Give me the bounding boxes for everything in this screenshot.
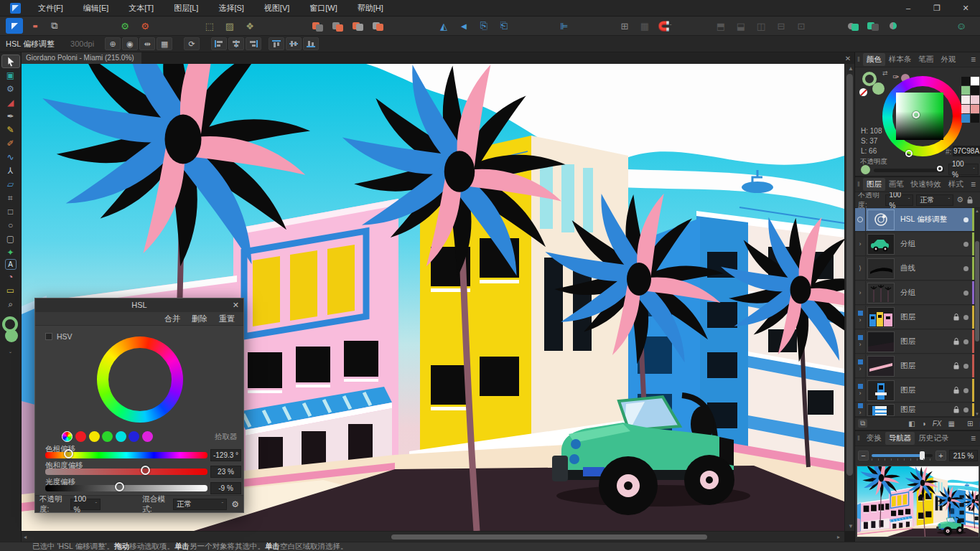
tab-navigator[interactable]: 导航器 [885,432,915,445]
hue-wheel[interactable] [97,336,183,423]
document-tab[interactable]: Giordano Poloni - Miami (215.0%) [22,52,141,64]
assistant-gear-icon[interactable]: ⚙ [136,18,154,34]
layer-row-dark[interactable]: › 图层 [855,330,975,354]
layer-row-white-building[interactable]: › 图层 [855,403,975,417]
snap-grid-icon[interactable]: ⊞ [616,18,633,34]
fill-stroke-indicator[interactable] [1,316,20,348]
new-layer-icon[interactable]: ⊞ [967,420,973,428]
saturation-shift-slider[interactable] [45,468,207,475]
tab-color[interactable]: 颜色 [863,53,885,66]
layers-panel-menu-icon[interactable]: ≡ [971,179,980,189]
lock-icon[interactable] [953,313,960,321]
no-color-well[interactable] [859,88,867,96]
align-left-icon[interactable] [211,37,227,50]
boolean-divide-icon[interactable] [885,18,902,34]
tab-swatches[interactable]: 样本条 [885,53,915,66]
zoom-tool[interactable]: ⌕ [1,297,20,311]
menu-layer[interactable]: 图层[L] [164,0,208,17]
rotate-ccw-icon[interactable]: ⎘ [475,18,493,34]
navigator-thumbnail[interactable] [857,466,979,537]
hsv-checkbox[interactable] [45,333,52,340]
swatch-green[interactable] [102,431,113,442]
rectangle-tool[interactable]: □ [1,204,20,218]
layers-opacity-dropdown[interactable]: 100 %ˇ [885,194,913,206]
point-transform-tool[interactable]: ⚙ [1,82,20,95]
swatch-magenta[interactable] [142,431,153,442]
swatch-blue[interactable] [129,431,139,442]
move-to-back-icon[interactable] [369,18,386,34]
designer-persona-button[interactable] [6,18,23,34]
rounded-rectangle-tool[interactable]: ▢ [1,232,20,245]
text-tool[interactable]: A [5,259,17,270]
pattern-layer-icon[interactable]: ▦ [948,420,954,428]
zoom-percentage-value[interactable]: 215 % [949,450,978,461]
panel-opacity-slider[interactable] [874,169,944,172]
preferences-gear-icon[interactable]: ⚙ [116,18,134,34]
zoom-out-button[interactable]: − [858,451,869,461]
alignment-icon[interactable]: ⊫ [556,18,573,34]
layers-scrollbar[interactable]: ▲ ▼ [974,208,980,417]
cycle-selection-icon[interactable]: ⊕ [105,37,121,50]
shape-tool[interactable]: ✦ [1,245,20,259]
layers-lock-icon[interactable] [966,196,974,204]
ellipse-tool[interactable]: ○ [1,218,20,232]
align-top-icon[interactable] [269,37,284,50]
mask-layer-icon[interactable]: ◧ [908,420,915,428]
brush-tool[interactable]: ✐ [1,136,20,150]
swatch-red[interactable] [75,431,86,442]
adjustment-icon[interactable]: ◑ [922,420,926,428]
duplicate-layer-icon[interactable]: ⧉ [858,419,867,428]
menu-edit[interactable]: 编辑[E] [73,0,118,17]
menu-window[interactable]: 窗口[W] [299,0,347,17]
rotate-cw-icon[interactable]: ⎗ [495,18,513,34]
zoom-slider[interactable] [872,451,933,461]
measure-tool[interactable]: ▭ [1,283,20,297]
canvas-vertical-scrollbar[interactable]: ▲ ▼ [844,64,854,531]
flip-horizontal-icon[interactable]: ◭ [435,18,452,34]
align-middle-icon[interactable] [286,37,302,50]
saturation-marker[interactable] [913,111,920,118]
blend-mode-dropdown[interactable]: 正常ˇ [173,499,227,510]
clip-canvas-icon[interactable]: ▨ [221,18,238,34]
align-bottom-icon[interactable] [303,37,319,50]
snapping-magnet-icon[interactable]: 🧲ˇ [656,18,673,34]
lock-icon[interactable] [953,386,960,395]
edit-all-layers-icon[interactable]: ◉ [122,37,138,50]
swatch-yellow[interactable] [89,431,100,442]
layer-row-road[interactable]: › 图层 [855,354,975,378]
hsl-close-icon[interactable]: ✕ [233,298,239,312]
layer-row-group-palms[interactable]: › 分组 [855,281,975,305]
saturation-shift-value[interactable]: 23 % [210,466,241,478]
flip-vertical-icon[interactable]: ◄ [455,18,472,34]
align-right-icon[interactable] [246,37,261,50]
color-picker-tool[interactable]: ◔ [1,270,20,283]
fill-gradient-tool[interactable]: ⅄ [1,164,20,177]
hsl-dialog-titlebar[interactable]: HSL ✕ [35,298,243,312]
move-forward-icon[interactable] [329,18,346,34]
crop-tool[interactable]: ⌗ [1,191,20,204]
dialog-settings-gear-icon[interactable]: ⚙ [231,499,239,509]
panel-grip-icon[interactable]: ‖ [855,56,863,63]
fx-icon[interactable]: FX [933,420,942,428]
layer-row-group-car[interactable]: › 分组 [855,232,975,256]
hue-shift-value[interactable]: -129.3 ° [210,449,241,461]
canvas-horizontal-scrollbar[interactable]: ◂ ▸ [22,531,844,542]
tab-appearance[interactable]: 外观 [937,53,959,66]
tab-quick-fx[interactable]: 快速特效 [907,178,945,191]
picker-button[interactable]: 拾取器 [215,432,238,442]
close-button[interactable]: ✕ [951,0,980,17]
move-to-front-icon[interactable] [309,18,326,34]
hex-input[interactable]: 97C98A [953,146,980,156]
vector-brush-tool[interactable]: ∿ [1,150,20,164]
zoom-in-button[interactable]: + [935,451,946,461]
layer-row-curve[interactable]: ⟩ 曲线 [855,257,975,281]
align-center-icon[interactable] [228,37,244,50]
merge-button[interactable]: 合并 [164,314,180,324]
hue-marker[interactable] [905,150,913,157]
hsl-dialog[interactable]: HSL ✕ 合并 删除 重置 HSV 拾取器 色相偏移 -129.3 ° 饱和度… [34,298,244,513]
rotate-canvas-icon[interactable]: ❖ [241,18,258,34]
tab-stroke[interactable]: 笔画 [915,53,937,66]
bleed-view-icon[interactable]: ⬚ [201,18,218,34]
tab-layers[interactable]: 图层 [863,178,885,191]
layers-blend-dropdown[interactable]: 正常ˇ [916,194,953,206]
